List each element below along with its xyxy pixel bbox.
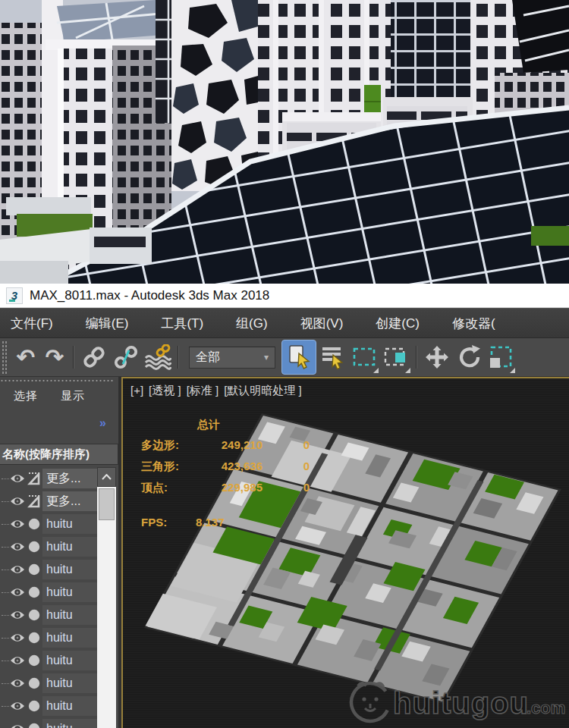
visibility-eye-icon[interactable] [9,473,26,484]
object-name[interactable]: huitu [42,719,97,728]
rectangular-selection-region-button[interactable] [348,340,380,375]
object-name[interactable]: huitu [42,605,97,625]
window-crossing-toggle-button[interactable] [380,340,412,375]
viewport-label-part-3[interactable]: [默认明暗处理 ] [224,384,302,398]
tree-connector [2,501,9,502]
object-type-icon [26,700,42,712]
visibility-eye-icon[interactable] [9,541,26,552]
rendered-city-image [0,0,569,284]
unlink-selection-button[interactable] [110,340,142,375]
object-name[interactable]: huitu [42,514,97,534]
stat-row: 多边形:249,2100 [141,438,310,453]
object-name[interactable]: huitu [42,651,97,670]
object-type-icon [26,541,42,553]
object-name[interactable]: huitu [42,537,97,557]
scene-object-row[interactable]: huitu [0,535,97,558]
visibility-eye-icon[interactable] [9,701,26,711]
scene-object-row[interactable]: huitu [0,581,97,604]
viewport-label-part-2[interactable]: [标准 ] [187,384,219,398]
visibility-eye-icon[interactable] [9,496,26,507]
menu-item[interactable]: 修改器( [452,315,495,332]
statistics-title: 总计 [197,418,310,432]
move-icon [424,345,450,370]
scene-object-row[interactable]: huitu [0,672,97,695]
scene-object-row[interactable]: huitu [0,513,97,535]
tab-select[interactable]: 选择 [14,389,38,403]
tab-display[interactable]: 显示 [61,389,85,403]
perspective-viewport[interactable]: [+][透视 ][标准 ][默认明暗处理 ] 总计 多边形:249,2100三角… [121,377,569,728]
visibility-eye-icon[interactable] [9,564,26,575]
object-type-icon [26,586,42,598]
object-name[interactable]: huitu [42,673,97,693]
toolbar-drag-handle[interactable] [2,340,7,374]
scene-object-row[interactable]: huitu [0,717,97,728]
list-scrollbar[interactable] [97,467,116,728]
visibility-eye-icon[interactable] [9,655,26,666]
object-type-icon [26,609,42,621]
scene-object-row[interactable]: 更多... [0,467,97,490]
visibility-eye-icon[interactable] [9,610,26,620]
object-type-icon [26,677,42,689]
bind-to-space-warp-button[interactable] [142,340,174,375]
object-name[interactable]: huitu [42,628,97,648]
selection-filter-dropdown[interactable]: 全部 ▾ [189,347,275,369]
object-type-icon [26,472,42,485]
visibility-eye-icon[interactable] [9,632,26,643]
selection-filter-value: 全部 [196,350,220,366]
menu-item[interactable]: 编辑(E) [86,315,129,332]
visibility-eye-icon[interactable] [9,587,26,598]
select-by-name-button[interactable] [316,340,348,375]
object-name[interactable]: 更多... [42,491,97,511]
undo-button[interactable]: ↶ [11,340,40,375]
huitugou-watermark-logo: huitugou .com [346,676,567,726]
tree-connector [2,615,9,616]
scene-object-row[interactable]: huitu [0,649,97,672]
chevron-up-icon [102,474,112,480]
viewport-label-part-1[interactable]: [透视 ] [149,384,181,398]
menu-item[interactable]: 工具(T) [161,315,203,332]
scene-object-row[interactable]: huitu [0,626,97,649]
redo-button[interactable]: ↷ [40,340,69,375]
select-and-rotate-button[interactable] [453,340,485,375]
select-object-button[interactable] [281,340,316,375]
select-and-link-button[interactable] [78,340,110,375]
name-column-header[interactable]: 名称(按降序排序) [0,444,118,465]
viewport-label-part-0[interactable]: [+] [130,384,143,398]
menu-item[interactable]: 文件(F) [11,315,53,332]
watermark-suffix: .com [527,698,565,717]
statistics-overlay: 总计 多边形:249,2100三角形:423,6360顶点:229,9850 F… [141,418,310,529]
scroll-up-button[interactable] [97,467,116,487]
tree-connector [2,547,9,548]
3ds-max-logo-icon: 3 [6,287,23,304]
visibility-eye-icon[interactable] [9,519,26,529]
tree-connector [2,479,9,479]
scene-object-row[interactable]: huitu [0,695,97,717]
visibility-eye-icon[interactable] [9,723,26,728]
menu-item[interactable]: 视图(V) [300,315,344,332]
scale-icon [487,344,514,371]
object-name[interactable]: huitu [42,582,97,602]
scene-object-row[interactable]: 更多... [0,490,97,513]
select-cursor-icon [286,344,312,371]
expand-chevron-icon[interactable]: » [99,416,106,430]
scrollbar-thumb[interactable] [99,488,115,520]
panel-drag-handle[interactable] [0,379,114,383]
tree-connector [2,661,9,661]
main-area: 选择 显示 » 名称(按降序排序) 更多... [0,377,569,728]
object-name[interactable]: huitu [42,560,97,579]
toolbar-separator [73,346,74,369]
undo-icon: ↶ [17,347,35,369]
rendered-city-scene [0,0,569,284]
select-and-scale-button[interactable] [485,340,517,375]
fps-label: FPS: [141,516,196,529]
object-type-icon [26,632,42,644]
menu-item[interactable]: 组(G) [236,315,268,332]
object-name[interactable]: huitu [42,696,97,716]
visibility-eye-icon[interactable] [9,678,26,689]
select-and-move-button[interactable] [421,340,453,375]
object-list: 更多... 更多... [0,467,97,728]
scene-object-row[interactable]: huitu [0,604,97,626]
scene-object-row[interactable]: huitu [0,558,97,581]
object-name[interactable]: 更多... [42,469,97,488]
menu-item[interactable]: 创建(C) [376,315,420,332]
